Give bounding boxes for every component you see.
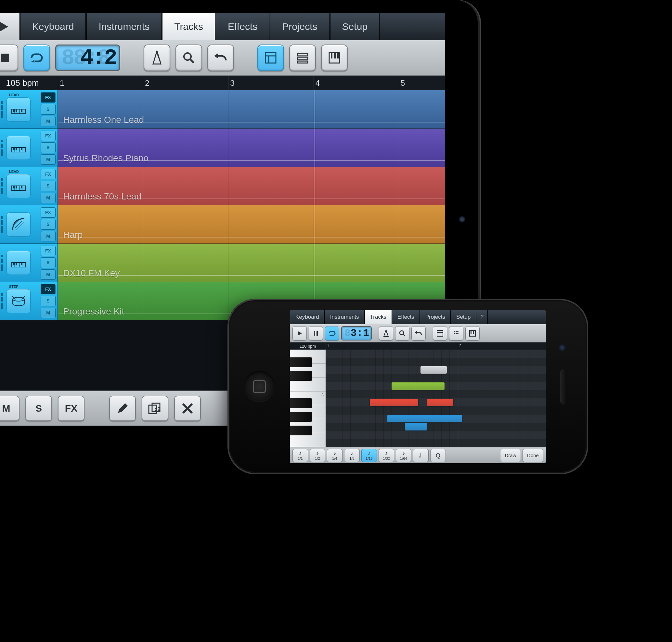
done-button[interactable]: Done: [522, 449, 543, 462]
p-view3-button[interactable]: [465, 326, 480, 341]
draw-button[interactable]: Draw: [500, 449, 521, 462]
play-button[interactable]: [0, 13, 20, 40]
fx-button[interactable]: FX: [58, 396, 85, 421]
timeline-ruler[interactable]: 105 bpm 1 2 3 4 5: [0, 76, 445, 90]
midi-note[interactable]: [420, 366, 447, 374]
midi-note[interactable]: [387, 415, 462, 422]
track-clip[interactable]: Harmless One Lead: [58, 90, 445, 129]
note-grid[interactable]: [326, 350, 546, 447]
track-solo-badge[interactable]: S: [41, 219, 55, 229]
track-mute-badge[interactable]: M: [41, 193, 55, 203]
track-mute-badge[interactable]: M: [41, 231, 55, 241]
piano-roll[interactable]: 3: [290, 350, 546, 447]
tab-keyboard[interactable]: Keyboard: [20, 13, 86, 40]
tab-instruments[interactable]: Instruments: [86, 13, 162, 40]
view-clips-button[interactable]: [289, 44, 316, 71]
ptab-instruments[interactable]: Instruments: [325, 310, 365, 324]
track-clip[interactable]: Sytrus Rhodes Piano: [58, 129, 445, 167]
p-metronome-button[interactable]: [379, 326, 393, 341]
track-header[interactable]: 2FXSM: [0, 129, 58, 167]
track-header[interactable]: 6STEPFXSM: [0, 282, 58, 320]
help-button[interactable]: ?: [476, 310, 488, 324]
track-header[interactable]: 4FXSM: [0, 205, 58, 244]
track-clip[interactable]: DX10 FM Key: [58, 244, 445, 282]
tab-setup[interactable]: Setup: [330, 13, 380, 40]
ptab-setup[interactable]: Setup: [451, 310, 476, 324]
pencil-button[interactable]: [109, 396, 136, 421]
p-view1-button[interactable]: [433, 326, 447, 341]
position-lcd[interactable]: 88:84:2: [55, 44, 120, 71]
midi-note[interactable]: [427, 399, 453, 406]
duplicate-button[interactable]: x2: [142, 396, 168, 421]
quantize-1-16[interactable]: ♪1/16: [362, 449, 377, 462]
loop-button[interactable]: [23, 44, 50, 71]
p-lcd[interactable]: 88:83:1: [341, 326, 372, 341]
track-mute-badge[interactable]: M: [41, 116, 55, 126]
midi-note[interactable]: [405, 423, 427, 431]
track-fx-badge[interactable]: FX: [41, 169, 55, 179]
quantize-1-4[interactable]: ♪1/4: [327, 449, 342, 462]
quantize-1-64[interactable]: ♪1/64: [396, 449, 411, 462]
instrument-icon[interactable]: [7, 289, 30, 313]
track-fx-badge[interactable]: FX: [41, 207, 55, 218]
track-header[interactable]: 5FXSM: [0, 244, 58, 282]
tab-effects[interactable]: Effects: [216, 13, 269, 40]
track-mute-badge[interactable]: M: [41, 269, 55, 280]
instrument-icon[interactable]: [7, 213, 30, 236]
track-mute-badge[interactable]: M: [41, 308, 55, 318]
ptab-keyboard[interactable]: Keyboard: [290, 310, 325, 324]
mute-button[interactable]: M: [0, 396, 20, 421]
solo-button[interactable]: S: [25, 396, 52, 421]
p-bpm[interactable]: 120 bpm: [290, 344, 326, 349]
track-row[interactable]: 4FXSMHarp: [0, 205, 445, 244]
home-button[interactable]: [244, 371, 275, 402]
track-fx-badge[interactable]: FX: [41, 131, 55, 141]
midi-note[interactable]: [370, 399, 418, 406]
p-play-button[interactable]: [292, 326, 307, 341]
track-clip[interactable]: Harmless 70s Lead: [58, 167, 445, 205]
ptab-tracks[interactable]: Tracks: [365, 310, 392, 324]
instrument-icon[interactable]: [7, 98, 30, 121]
track-row[interactable]: 3LEADFXSMHarmless 70s Lead: [0, 167, 445, 205]
track-header[interactable]: 3LEADFXSM: [0, 167, 58, 205]
p-loop-button[interactable]: [325, 326, 339, 341]
instrument-icon[interactable]: [7, 174, 30, 198]
metronome-button[interactable]: [144, 44, 170, 71]
track-row[interactable]: 5FXSMDX10 FM Key: [0, 244, 445, 282]
track-solo-badge[interactable]: S: [41, 142, 55, 153]
track-fx-badge[interactable]: FX: [41, 92, 55, 103]
bpm-display[interactable]: 105 bpm: [0, 78, 58, 88]
ptab-projects[interactable]: Projects: [420, 310, 451, 324]
track-fx-badge[interactable]: FX: [41, 246, 55, 256]
delete-button[interactable]: [174, 396, 201, 421]
dotted-button[interactable]: ♩.: [413, 449, 429, 462]
track-fx-badge[interactable]: FX: [41, 284, 55, 294]
track-row[interactable]: 1LEADFXSMHarmless One Lead: [0, 90, 445, 129]
quantize-1-2[interactable]: ♪1/2: [310, 449, 325, 462]
piano-keys[interactable]: 3: [290, 350, 326, 447]
tab-projects[interactable]: Projects: [270, 13, 329, 40]
track-solo-badge[interactable]: S: [41, 181, 55, 191]
quantize-1-1[interactable]: ♪1/1: [292, 449, 308, 462]
p-pause-button[interactable]: [309, 326, 323, 341]
zoom-button[interactable]: [176, 44, 202, 71]
quantize-1-32[interactable]: ♪1/32: [379, 449, 394, 462]
midi-note[interactable]: [392, 382, 445, 390]
track-solo-badge[interactable]: S: [41, 257, 55, 268]
p-undo-button[interactable]: [411, 326, 426, 341]
view-tracks-button[interactable]: [257, 44, 284, 71]
p-ruler[interactable]: 120 bpm 1 2: [290, 343, 546, 350]
instrument-icon[interactable]: [7, 136, 30, 160]
p-view2-button[interactable]: [449, 326, 464, 341]
snap-button[interactable]: Q: [430, 449, 446, 462]
quantize-1-8[interactable]: ♪1/8: [344, 449, 360, 462]
view-piano-button[interactable]: [321, 44, 348, 71]
track-row[interactable]: 2FXSMSytrus Rhodes Piano: [0, 129, 445, 167]
ptab-effects[interactable]: Effects: [392, 310, 420, 324]
tab-tracks[interactable]: Tracks: [162, 13, 215, 40]
undo-button[interactable]: [207, 44, 234, 71]
stop-button[interactable]: [0, 44, 18, 71]
track-solo-badge[interactable]: S: [41, 104, 55, 114]
track-mute-badge[interactable]: M: [41, 154, 55, 165]
track-header[interactable]: 1LEADFXSM: [0, 90, 58, 129]
